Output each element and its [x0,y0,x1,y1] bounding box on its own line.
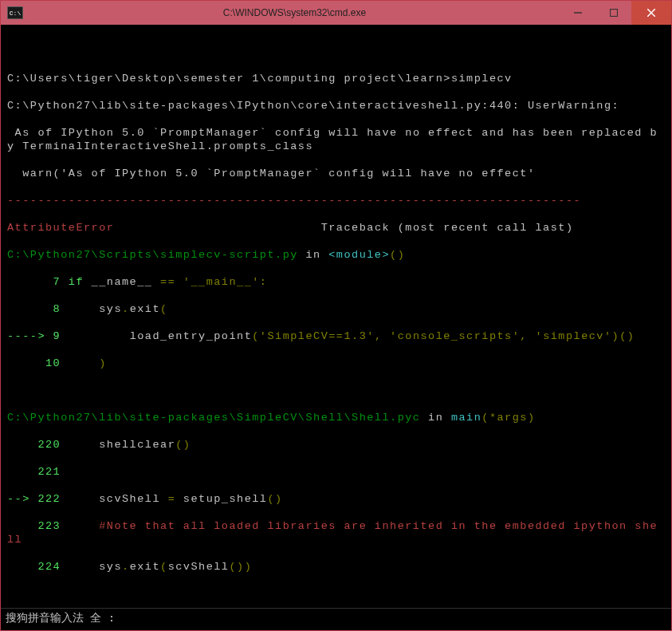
maximize-icon [610,9,618,17]
code-line-220: 220 shellclear() [7,438,665,452]
ime-statusbar: 搜狗拼音输入法 全 : [1,608,671,630]
close-icon [647,9,655,17]
minimize-icon [574,9,582,17]
traceback-header: AttributeError Traceback (most recent ca… [7,221,665,235]
code-line-222: --> 222 scvShell = setup_shell() [7,492,665,506]
warning-message: As of IPython 5.0 `PromptManager` config… [7,126,665,153]
code-line-9: ----> 9 load_entry_point('SimpleCV==1.3'… [7,329,665,343]
warn-code: warn('As of IPython 5.0 `PromptManager` … [7,167,665,180]
code-line-10: 10 ) [7,357,665,370]
blank-line [7,384,665,397]
blank-line [7,587,665,601]
file-ref-2: C:\Python27\lib\site-packages\SimpleCV\S… [7,411,665,424]
window-controls [560,1,671,25]
terminal-output[interactable]: C:\Users\tiger\Desktop\semester 1\comput… [1,25,671,608]
blank-line [7,45,665,58]
code-line-224: 224 sys.exit(scvShell()) [7,560,665,574]
separator: ----------------------------------------… [7,194,665,207]
window-title: C:\WINDOWS\system32\cmd.exe [29,7,560,18]
code-line-221: 221 [7,465,665,479]
code-line-8: 8 sys.exit( [7,302,665,316]
code-line-223: 223 #Note that all loaded libraries are … [7,519,665,546]
window-titlebar: C:\ C:\WINDOWS\system32\cmd.exe [1,1,671,25]
cmd-icon: C:\ [7,6,23,19]
minimize-button[interactable] [560,1,595,25]
code-line-7: 7 if __name__ == '__main__': [7,275,665,289]
svg-rect-1 [610,10,617,17]
file-ref-1: C:\Python27\Scripts\simplecv-script.py i… [7,248,665,262]
warning-location: C:\Python27\lib\site-packages\IPython\co… [7,99,665,112]
prompt-line: C:\Users\tiger\Desktop\semester 1\comput… [7,72,665,85]
close-button[interactable] [631,1,671,25]
maximize-button[interactable] [595,1,631,25]
